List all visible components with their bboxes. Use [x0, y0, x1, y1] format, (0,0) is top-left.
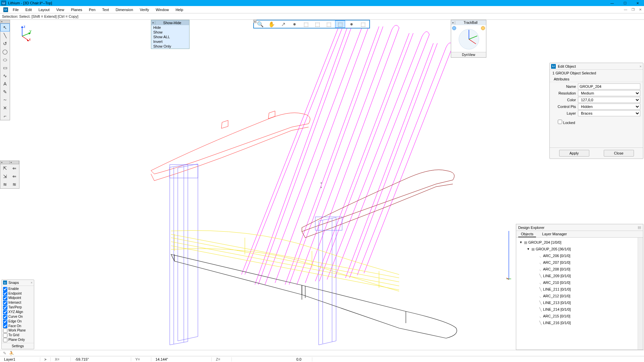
tool-button[interactable]: ✕	[0, 104, 10, 112]
snap-option[interactable]: Endpoint	[3, 291, 33, 296]
snap-option[interactable]: Enable	[3, 287, 33, 291]
panel-grip-icon[interactable]: ▤	[638, 225, 641, 230]
snap-option[interactable]: To Grid	[3, 333, 33, 338]
palette-close[interactable]: ×	[0, 161, 10, 164]
showhide-option[interactable]: Hide	[151, 25, 189, 30]
tree-twisty-icon[interactable]: ▼	[526, 247, 530, 251]
menu-layout[interactable]: Layout	[35, 7, 53, 12]
menu-text[interactable]: Text	[99, 7, 112, 12]
apply-button[interactable]: Apply	[559, 150, 589, 157]
snap-option[interactable]: Edge On	[3, 319, 33, 324]
view-mode-button[interactable]: ⬚	[335, 20, 345, 28]
menu-planes[interactable]: Planes	[67, 7, 86, 12]
status-arrow[interactable]: >	[40, 357, 51, 361]
view-mode-button[interactable]: ⬚	[301, 20, 311, 28]
tool-button[interactable]: ⇱	[0, 164, 10, 172]
tree-node[interactable]: ◟ARC_207 [0/1/0]	[517, 259, 642, 266]
tool-button[interactable]: ◯	[0, 48, 10, 56]
tree-node[interactable]: ╲LINE_216 [0/1/0]	[517, 319, 642, 326]
close-icon[interactable]: ×	[451, 21, 455, 24]
tool-button[interactable]: ⇐	[10, 164, 19, 172]
tool-button[interactable]: A	[0, 80, 10, 88]
showhide-option[interactable]: Show Only	[151, 44, 189, 49]
tree-node[interactable]: ╲LINE_214 [0/1/0]	[517, 306, 642, 313]
tool-button[interactable]: ▭	[0, 64, 10, 72]
tree-node[interactable]: ◟ARC_206 [0/1/0]	[517, 252, 642, 259]
mdi-close[interactable]: ✕	[637, 8, 644, 11]
controlpts-select[interactable]: Hidden	[578, 104, 640, 110]
menu-window[interactable]: Window	[152, 7, 172, 12]
tab-layer-manager[interactable]: Layer Manager	[539, 231, 570, 237]
tool-button[interactable]: ⌐	[0, 112, 10, 120]
menu-pen[interactable]: Pen	[86, 7, 99, 12]
close-button[interactable]: Close	[604, 150, 634, 157]
tool-button[interactable]: ↖	[0, 23, 10, 32]
mdi-restore[interactable]: ❐	[629, 8, 637, 11]
view-mode-button[interactable]: ●	[289, 20, 300, 28]
tree-node[interactable]: ╲LINE_211 [0/1/0]	[517, 286, 642, 293]
scrollbar[interactable]	[638, 238, 643, 350]
name-field[interactable]	[578, 83, 640, 89]
object-tree[interactable]: ▼▦GROUP_204 [1/0/0]▼▦GROUP_205 [36/1/0]◟…	[516, 238, 643, 350]
snap-option[interactable]: Tan/Perp	[3, 305, 33, 310]
tool-button[interactable]: ✎	[0, 88, 10, 96]
dynview-button[interactable]: DynView	[451, 52, 486, 57]
color-select[interactable]: 127,0,0	[578, 97, 640, 103]
tree-node[interactable]: ╲LINE_213 [0/1/0]	[517, 299, 642, 306]
menu-file[interactable]: File	[9, 7, 22, 12]
tree-node[interactable]: ╲LINE_209 [0/1/0]	[517, 273, 642, 279]
snap-option[interactable]: XYZ Align	[3, 310, 33, 314]
menu-verify[interactable]: Verify	[137, 7, 153, 12]
tree-node[interactable]: ◟ARC_210 [0/1/0]	[517, 279, 642, 286]
view-mode-button[interactable]: ✋	[267, 20, 277, 28]
tool-button[interactable]: ╲	[0, 32, 10, 40]
tree-node[interactable]: ◟ARC_208 [0/1/0]	[517, 266, 642, 273]
tab-objects[interactable]: Objects	[518, 231, 536, 237]
minimize-button[interactable]: —	[606, 0, 619, 6]
view-mode-button[interactable]: ⬚	[324, 20, 334, 28]
close-icon[interactable]: ×	[31, 281, 33, 285]
tree-node[interactable]: ◟ARC_212 [0/1/0]	[517, 293, 642, 299]
close-icon[interactable]: ×	[640, 64, 642, 68]
view-mode-button[interactable]: 🔍	[255, 20, 265, 28]
palette-close[interactable]: ×	[10, 161, 19, 164]
snaps-settings-button[interactable]: Settings	[2, 343, 34, 349]
workspace[interactable]: × × × ↖╲↺◯⬭▭∿A✎～✕⌐ ×× ⇱⇐⇲⇐≋≋ z y x × Sho…	[0, 20, 644, 350]
trackball-widget[interactable]	[451, 25, 486, 52]
tool-button[interactable]: ～	[0, 96, 10, 104]
tool-button[interactable]: ⇐	[10, 172, 19, 180]
person-icon[interactable]: ⛹	[9, 351, 14, 356]
view-mode-button[interactable]: ⬚	[358, 20, 368, 28]
tool-button[interactable]: ∿	[0, 72, 10, 80]
locked-checkbox[interactable]: Locked	[558, 121, 575, 125]
tool-button[interactable]: ⇲	[0, 172, 10, 180]
pencil-icon[interactable]: ✎	[2, 351, 7, 356]
tool-button[interactable]: ↺	[0, 40, 10, 48]
maximize-button[interactable]: ☐	[619, 0, 631, 6]
showhide-option[interactable]: Show ALL	[151, 35, 189, 39]
showhide-option[interactable]: Show	[151, 30, 189, 35]
view-mode-button[interactable]: ⬚	[312, 20, 322, 28]
snap-option[interactable]: Curve On	[3, 314, 33, 319]
menu-help[interactable]: Help	[172, 7, 186, 12]
layer-select[interactable]: Braces	[578, 110, 640, 116]
menu-edit[interactable]: Edit	[22, 7, 35, 12]
snap-option[interactable]: Plane Only	[3, 338, 33, 342]
showhide-option[interactable]: Invert	[151, 39, 189, 44]
snap-option[interactable]: Midpoint	[3, 296, 33, 300]
view-mode-button[interactable]: ↗	[278, 20, 288, 28]
resolution-select[interactable]: Medium	[578, 90, 640, 96]
snap-option[interactable]: Work Plane	[3, 328, 33, 333]
tree-node[interactable]: ▼▦GROUP_204 [1/0/0]	[517, 239, 642, 246]
menu-view[interactable]: View	[53, 7, 68, 12]
tool-button[interactable]: ⬭	[0, 56, 10, 64]
tool-button[interactable]: ≋	[10, 180, 19, 188]
tree-node[interactable]: ▼▦GROUP_205 [36/1/0]	[517, 246, 642, 252]
tree-twisty-icon[interactable]: ▼	[519, 241, 523, 244]
palette-close[interactable]: ×	[0, 20, 10, 23]
close-button[interactable]: ✕	[631, 0, 644, 6]
status-layer[interactable]: Layer1	[0, 357, 40, 361]
mdi-minimize[interactable]: —	[622, 8, 629, 11]
snap-option[interactable]: Face On	[3, 324, 33, 328]
close-icon[interactable]: ×	[151, 21, 155, 24]
